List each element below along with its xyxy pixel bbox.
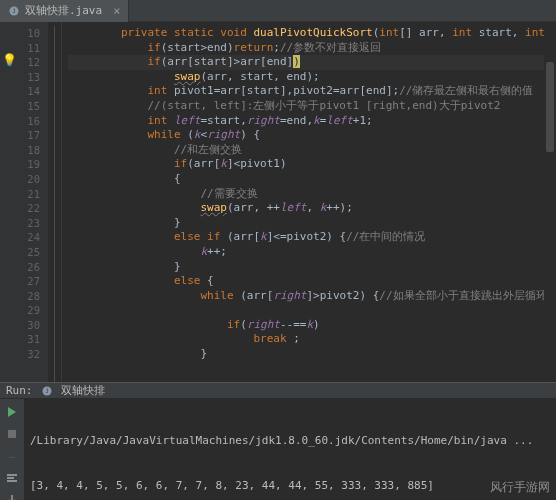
code-line[interactable]: while (arr[right]>pivot2) {//如果全部小于直接跳出外… bbox=[68, 289, 544, 304]
line-number[interactable]: 22 bbox=[0, 201, 40, 216]
line-number[interactable]: 19 bbox=[0, 157, 40, 172]
svg-rect-5 bbox=[8, 430, 16, 438]
line-number[interactable]: 32 bbox=[0, 347, 40, 362]
line-number[interactable]: 29 bbox=[0, 303, 40, 318]
code-line[interactable]: else if (arr[k]<=pivot2) {//在中间的情况 bbox=[68, 230, 544, 245]
run-panel-header[interactable]: Run: J 双轴快排 bbox=[0, 383, 556, 399]
svg-text:J: J bbox=[45, 387, 49, 394]
code-line[interactable]: int pivot1=arr[start],pivot2=arr[end];//… bbox=[68, 84, 544, 99]
close-tab-icon[interactable]: × bbox=[113, 4, 120, 18]
code-line[interactable]: if(right--==k) bbox=[68, 318, 544, 333]
code-line[interactable]: //(start, left]:左侧小于等于pivot1 [right,end)… bbox=[68, 99, 544, 114]
line-number[interactable]: 23 bbox=[0, 216, 40, 231]
svg-text:J: J bbox=[12, 7, 16, 14]
code-line[interactable]: } bbox=[68, 347, 544, 362]
code-line[interactable]: k++; bbox=[68, 245, 544, 260]
line-number[interactable]: 21 bbox=[0, 187, 40, 202]
line-number[interactable]: 15 bbox=[0, 99, 40, 114]
line-number[interactable]: 20 bbox=[0, 172, 40, 187]
line-number[interactable]: 25 bbox=[0, 245, 40, 260]
line-number[interactable]: 30 bbox=[0, 318, 40, 333]
code-line[interactable]: if(arr[start]>arr[end]) bbox=[68, 55, 544, 70]
gutter[interactable]: 101112💡131415161718192021222324252627282… bbox=[0, 22, 48, 382]
svg-marker-4 bbox=[8, 407, 16, 417]
line-number[interactable]: 13 bbox=[0, 70, 40, 85]
line-number[interactable]: 10 bbox=[0, 26, 40, 41]
code-line[interactable]: //和左侧交换 bbox=[68, 143, 544, 158]
toggle-soft-wrap-button[interactable] bbox=[5, 471, 19, 485]
run-toolbar: — bbox=[0, 399, 24, 500]
scroll-to-end-button[interactable] bbox=[5, 493, 19, 500]
stop-button[interactable] bbox=[5, 427, 19, 441]
code-line[interactable]: swap(arr, start, end); bbox=[68, 70, 544, 85]
line-number[interactable]: 31 bbox=[0, 332, 40, 347]
tool-separator: — bbox=[5, 449, 19, 463]
run-output[interactable]: /Library/Java/JavaVirtualMachines/jdk1.8… bbox=[24, 399, 556, 500]
intention-bulb-icon[interactable]: 💡 bbox=[2, 53, 17, 68]
tab-filename: 双轴快排.java bbox=[25, 3, 102, 18]
line-number[interactable]: 18 bbox=[0, 143, 40, 158]
java-file-icon: J bbox=[8, 5, 20, 17]
code-line[interactable]: } bbox=[68, 216, 544, 231]
code-area[interactable]: private static void dualPivotQuickSort(i… bbox=[62, 22, 544, 382]
code-line[interactable]: { bbox=[68, 172, 544, 187]
code-line[interactable]: int left=start,right=end,k=left+1; bbox=[68, 114, 544, 129]
fold-column[interactable] bbox=[48, 22, 62, 382]
tab-bar: J 双轴快排.java × bbox=[0, 0, 556, 22]
line-number[interactable]: 17 bbox=[0, 128, 40, 143]
code-line[interactable]: if(start>end)return;//参数不对直接返回 bbox=[68, 41, 544, 56]
run-command-line: /Library/Java/JavaVirtualMachines/jdk1.8… bbox=[30, 433, 550, 448]
scrollbar-thumb[interactable] bbox=[546, 62, 554, 152]
line-number[interactable]: 16 bbox=[0, 114, 40, 129]
run-label: Run: bbox=[6, 384, 33, 397]
code-line[interactable]: swap(arr, ++left, k++); bbox=[68, 201, 544, 216]
code-line[interactable]: private static void dualPivotQuickSort(i… bbox=[68, 26, 544, 41]
code-line[interactable]: while (k<right) { bbox=[68, 128, 544, 143]
line-number[interactable]: 26 bbox=[0, 260, 40, 275]
line-number[interactable]: 14 bbox=[0, 84, 40, 99]
run-output-line: [3, 4, 4, 5, 5, 6, 6, 7, 7, 8, 23, 44, 4… bbox=[30, 478, 550, 493]
code-editor[interactable]: 101112💡131415161718192021222324252627282… bbox=[0, 22, 556, 382]
line-number[interactable]: 24 bbox=[0, 230, 40, 245]
line-number[interactable]: 27 bbox=[0, 274, 40, 289]
java-file-icon: J bbox=[41, 385, 53, 397]
code-line[interactable] bbox=[68, 303, 544, 318]
code-line[interactable]: else { bbox=[68, 274, 544, 289]
rerun-button[interactable] bbox=[5, 405, 19, 419]
run-panel: Run: J 双轴快排 — /Library/Java/JavaVirtualM… bbox=[0, 382, 556, 500]
code-line[interactable]: //需要交换 bbox=[68, 187, 544, 202]
code-line[interactable]: break ; bbox=[68, 332, 544, 347]
run-config-name: 双轴快排 bbox=[61, 383, 105, 398]
code-line[interactable]: } bbox=[68, 260, 544, 275]
code-line[interactable]: if(arr[k]<pivot1) bbox=[68, 157, 544, 172]
line-number[interactable]: 28 bbox=[0, 289, 40, 304]
vertical-scrollbar[interactable] bbox=[544, 22, 556, 382]
file-tab[interactable]: J 双轴快排.java × bbox=[0, 0, 129, 22]
